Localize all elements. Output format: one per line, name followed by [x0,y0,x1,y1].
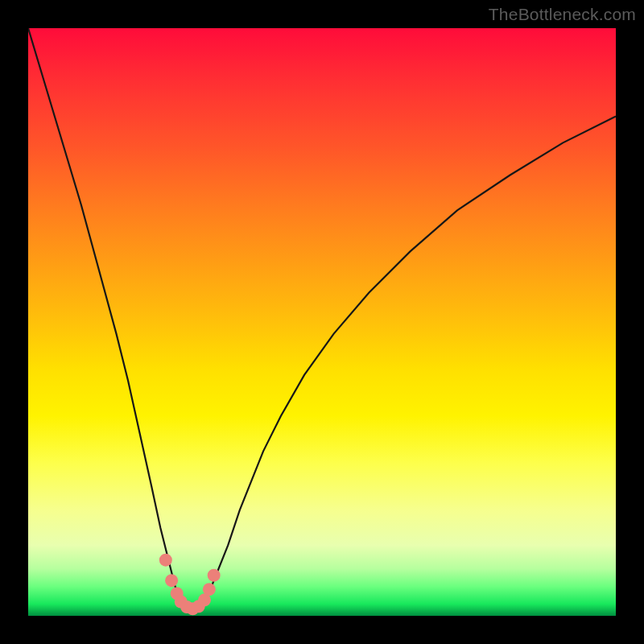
marker-point [159,554,172,567]
marker-point [208,569,221,582]
near-optimal-markers [159,554,221,616]
chart-frame: TheBottleneck.com [0,0,644,644]
bottleneck-curve-path [28,28,616,609]
watermark-text: TheBottleneck.com [489,5,636,24]
marker-point [203,583,216,596]
marker-point [165,574,178,587]
plot-area [28,28,616,616]
curve-svg [28,28,616,616]
